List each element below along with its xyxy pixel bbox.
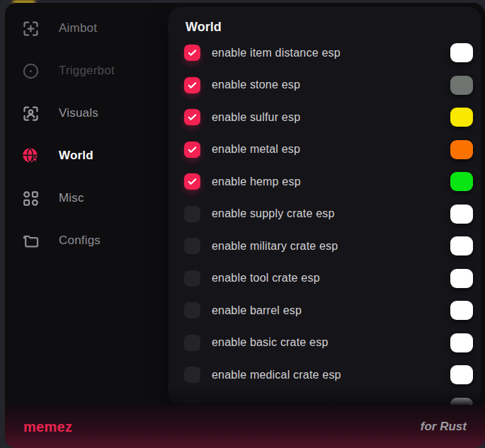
panel-title: World <box>186 18 481 35</box>
esp-option-label: enable tool crate esp <box>212 272 450 285</box>
esp-option-label: enable barrel esp <box>212 304 450 317</box>
esp-color-swatch[interactable] <box>450 76 473 95</box>
esp-option-label: enable sulfur esp <box>212 111 450 124</box>
esp-checkbox[interactable] <box>184 399 200 405</box>
esp-option-label: enable medical crate esp <box>212 369 450 381</box>
esp-option-row: enable medical crate esp <box>184 359 473 391</box>
sidebar-item-label: World <box>59 149 93 163</box>
esp-checkbox[interactable] <box>184 77 200 93</box>
misc-shapes-icon <box>21 189 40 208</box>
esp-checkbox[interactable] <box>184 45 200 61</box>
esp-options-list: enable item distance esp enable stone es… <box>169 37 481 405</box>
esp-color-swatch[interactable] <box>450 172 473 191</box>
esp-checkbox[interactable] <box>184 270 200 287</box>
esp-option-row <box>184 391 473 406</box>
sidebar-item-misc[interactable]: Misc <box>5 177 168 219</box>
sidebar-item-triggerbot[interactable]: Triggerbot <box>5 50 168 92</box>
sidebar-item-world[interactable]: World <box>5 134 168 177</box>
configs-folder-icon <box>21 231 40 251</box>
esp-checkbox[interactable] <box>184 142 200 158</box>
esp-option-label: enable stone esp <box>212 79 450 91</box>
esp-option-row: enable basic crate esp <box>184 327 473 360</box>
esp-checkbox[interactable] <box>184 335 200 351</box>
esp-color-swatch[interactable] <box>450 398 473 405</box>
esp-color-swatch[interactable] <box>450 140 473 159</box>
esp-checkbox[interactable] <box>184 206 200 222</box>
esp-checkbox[interactable] <box>184 109 200 125</box>
esp-option-label: enable metal esp <box>212 143 450 156</box>
esp-color-swatch[interactable] <box>450 365 473 384</box>
esp-checkbox[interactable] <box>184 302 200 318</box>
esp-option-row: enable military crate esp <box>184 230 473 263</box>
sidebar-item-configs[interactable]: Configs <box>5 219 168 262</box>
esp-option-row: enable stone esp <box>184 69 473 102</box>
sidebar-item-aimbot[interactable]: Aimbot <box>5 7 168 50</box>
esp-color-swatch[interactable] <box>450 205 473 224</box>
esp-color-swatch[interactable] <box>450 43 473 62</box>
world-globe-icon <box>21 147 40 166</box>
esp-checkbox[interactable] <box>184 367 200 383</box>
esp-checkbox[interactable] <box>184 173 200 190</box>
esp-option-label: enable military crate esp <box>212 240 450 253</box>
world-panel: World enable item distance esp enable st… <box>169 7 481 405</box>
brand-logo-text: memez <box>23 419 72 435</box>
esp-checkbox[interactable] <box>184 238 200 254</box>
esp-color-swatch[interactable] <box>450 269 473 288</box>
esp-option-label: enable basic crate esp <box>212 336 450 349</box>
esp-option-row: enable metal esp <box>184 134 473 166</box>
esp-option-row: enable supply crate esp <box>184 198 473 231</box>
esp-option-row: enable item distance esp <box>184 37 473 69</box>
sidebar-item-label: Triggerbot <box>59 64 115 78</box>
sidebar-item-label: Misc <box>59 191 84 205</box>
aimbot-crosshair-icon <box>21 19 40 38</box>
esp-option-row: enable barrel esp <box>184 294 473 327</box>
esp-color-swatch[interactable] <box>450 108 473 127</box>
visuals-scan-person-icon <box>21 104 40 123</box>
esp-option-label: enable item distance esp <box>212 47 450 59</box>
esp-color-swatch[interactable] <box>450 301 473 320</box>
cheat-menu-window: Aimbot Triggerbot Visuals World Misc Con… <box>5 3 485 448</box>
triggerbot-target-icon <box>21 62 40 81</box>
sidebar-item-visuals[interactable]: Visuals <box>5 92 168 134</box>
esp-option-row: enable sulfur esp <box>184 101 473 134</box>
esp-color-swatch[interactable] <box>450 333 473 352</box>
sidebar-item-label: Aimbot <box>59 21 97 35</box>
footer-bar: memez for Rust <box>5 406 485 448</box>
sidebar-item-label: Visuals <box>59 106 98 120</box>
sidebar-item-label: Configs <box>59 234 101 248</box>
esp-color-swatch[interactable] <box>450 236 473 255</box>
brand-tagline: for Rust <box>421 420 467 434</box>
sidebar: Aimbot Triggerbot Visuals World Misc Con… <box>5 3 168 262</box>
esp-option-label: enable hemp esp <box>212 176 450 188</box>
esp-option-row: enable hemp esp <box>184 166 473 198</box>
esp-option-row: enable tool crate esp <box>184 263 473 295</box>
esp-option-label: enable supply crate esp <box>212 207 450 220</box>
